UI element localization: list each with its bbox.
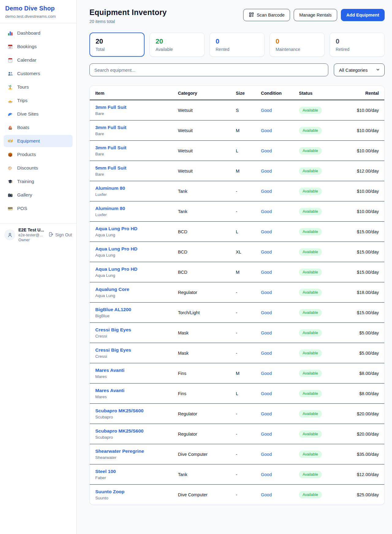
condition-link[interactable]: Good	[261, 351, 272, 356]
item-cell: 5mm Full SuitBare	[90, 161, 175, 181]
item-name-link[interactable]: Steel 100	[95, 469, 173, 474]
sidebar-item-label: Calendar	[17, 57, 36, 63]
condition-link[interactable]: Good	[261, 189, 272, 194]
item-name-link[interactable]: 3mm Full Suit	[95, 105, 173, 110]
sidebar-item-label: Bookings	[17, 44, 37, 49]
stat-label: Maintenance	[276, 47, 318, 52]
sidebar-item-tours[interactable]: Tours	[4, 81, 73, 93]
item-name-link[interactable]: Aqua Lung Pro HD	[95, 226, 173, 231]
item-name-link[interactable]: Suunto Zoop	[95, 489, 173, 494]
sidebar-item-boats[interactable]: Boats	[4, 121, 73, 134]
sidebar-item-products[interactable]: Products	[4, 148, 73, 161]
condition-cell: Good	[258, 363, 296, 383]
condition-link[interactable]: Good	[261, 411, 272, 416]
item-name-link[interactable]: Mares Avanti	[95, 368, 173, 373]
sidebar-item-calendar[interactable]: Calendar	[4, 54, 73, 66]
category-cell: Wetsuit	[175, 141, 233, 161]
sidebar-item-pos[interactable]: POS	[4, 202, 73, 215]
condition-link[interactable]: Good	[261, 250, 272, 254]
item-cell: Aluminum 80Luxfer	[90, 181, 175, 201]
sidebar-item-equipment[interactable]: Equipment	[4, 135, 73, 147]
condition-link[interactable]: Good	[261, 371, 272, 376]
stat-card-rented[interactable]: 0Rented	[209, 32, 265, 57]
category-select[interactable]: All Categories	[334, 63, 385, 76]
item-name-link[interactable]: 3mm Full Suit	[95, 125, 173, 130]
status-cell: Available	[296, 323, 345, 343]
sidebar-item-bookings[interactable]: 17Bookings	[4, 40, 73, 53]
stat-value: 0	[216, 37, 258, 45]
sidebar-item-label: Training	[17, 179, 34, 184]
user-box: E2E Test U... e2e-tester@... Owner Sign …	[0, 223, 76, 246]
add-equipment-button[interactable]: Add Equipment	[341, 9, 385, 21]
condition-link[interactable]: Good	[261, 169, 272, 174]
calendar-date-icon: 17	[7, 44, 13, 50]
stat-value: 20	[156, 37, 198, 45]
item-name-link[interactable]: Cressi Big Eyes	[95, 327, 173, 333]
sidebar-item-trips[interactable]: Trips	[4, 94, 73, 107]
item-name-link[interactable]: Shearwater Peregrine	[95, 448, 173, 454]
condition-link[interactable]: Good	[261, 492, 272, 497]
condition-link[interactable]: Good	[261, 290, 272, 295]
stat-value: 0	[276, 37, 318, 45]
header-actions: Scan Barcode Manage Rentals Add Equipmen…	[243, 9, 385, 21]
item-brand: Aqua Lung	[95, 293, 173, 298]
condition-link[interactable]: Good	[261, 391, 272, 396]
sidebar-item-dashboard[interactable]: Dashboard	[4, 27, 73, 39]
item-name-link[interactable]: Aluminum 80	[95, 206, 173, 211]
brand-name[interactable]: Demo Dive Shop	[5, 5, 71, 12]
calendar-pad-icon	[7, 57, 13, 63]
column-header-condition: Condition	[258, 86, 296, 100]
category-cell: BCD	[175, 222, 233, 242]
item-name-link[interactable]: Aqualung Core	[95, 287, 173, 292]
sidebar-item-training[interactable]: Training	[4, 175, 73, 188]
item-name-link[interactable]: BigBlue AL1200	[95, 307, 173, 312]
grad-cap-icon	[7, 178, 13, 185]
condition-link[interactable]: Good	[261, 452, 272, 457]
search-input[interactable]	[89, 63, 328, 76]
item-name-link[interactable]: 3mm Full Suit	[95, 145, 173, 151]
manage-rentals-button[interactable]: Manage Rentals	[294, 9, 337, 21]
item-name-link[interactable]: Scubapro MK25/S600	[95, 428, 173, 434]
size-cell: M	[233, 161, 258, 181]
page-header: Equipment Inventory 20 items total Scan …	[89, 8, 385, 24]
condition-link[interactable]: Good	[261, 108, 272, 113]
scan-barcode-button[interactable]: Scan Barcode	[243, 9, 290, 21]
item-name-link[interactable]: Aqua Lung Pro HD	[95, 246, 173, 252]
stat-card-maintenance[interactable]: 0Maintenance	[270, 32, 325, 57]
condition-link[interactable]: Good	[261, 270, 272, 275]
condition-link[interactable]: Good	[261, 310, 272, 315]
sidebar-item-discounts[interactable]: Discounts	[4, 162, 73, 174]
size-cell: S	[233, 100, 258, 120]
item-name-link[interactable]: Aluminum 80	[95, 185, 173, 191]
sidebar-item-customers[interactable]: Customers	[4, 67, 73, 80]
condition-link[interactable]: Good	[261, 472, 272, 477]
item-name-link[interactable]: Cressi Big Eyes	[95, 347, 173, 353]
condition-link[interactable]: Good	[261, 229, 272, 234]
item-brand: Cressi	[95, 354, 173, 359]
sign-out-button[interactable]: Sign Out	[48, 232, 72, 238]
barcode-scan-icon	[249, 12, 254, 18]
status-badge: Available	[299, 471, 322, 478]
item-cell: Scubapro MK25/S600Scubapro	[90, 404, 175, 424]
category-cell: Fins	[175, 383, 233, 404]
sidebar-item-gallery[interactable]: Gallery	[4, 189, 73, 201]
stat-card-available[interactable]: 20Available	[149, 32, 205, 57]
stat-card-retired[interactable]: 0Retired	[330, 32, 385, 57]
condition-link[interactable]: Good	[261, 148, 272, 153]
sidebar-item-dive-sites[interactable]: Dive Sites	[4, 108, 73, 120]
item-cell: 3mm Full SuitBare	[90, 100, 175, 120]
condition-link[interactable]: Good	[261, 128, 272, 133]
item-brand: Mares	[95, 395, 173, 399]
condition-link[interactable]: Good	[261, 330, 272, 335]
item-name-link[interactable]: Mares Avanti	[95, 388, 173, 393]
item-name-link[interactable]: Scubapro MK25/S600	[95, 408, 173, 414]
item-name-link[interactable]: Aqua Lung Pro HD	[95, 266, 173, 272]
status-cell: Available	[296, 242, 345, 262]
item-cell: Aqualung CoreAqua Lung	[90, 282, 175, 303]
stat-card-total[interactable]: 20Total	[89, 32, 145, 57]
category-cell: Tank	[175, 181, 233, 201]
condition-link[interactable]: Good	[261, 432, 272, 437]
condition-link[interactable]: Good	[261, 209, 272, 214]
table-row: Aqualung CoreAqua LungRegulator-GoodAvai…	[90, 282, 384, 303]
item-name-link[interactable]: 5mm Full Suit	[95, 165, 173, 171]
